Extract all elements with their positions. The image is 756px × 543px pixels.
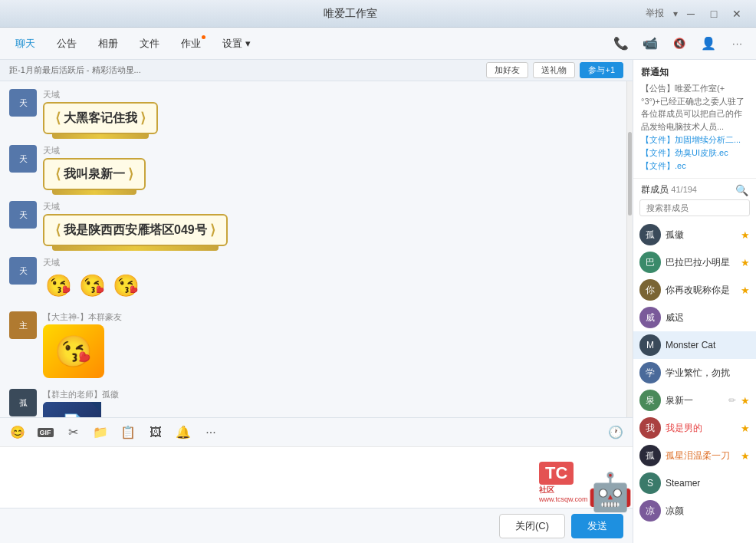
group-notice: 群通知 【公告】唯爱工作室(+°3°)+已经正确忠之委人驻了各位群成员可以把自己… xyxy=(633,60,756,179)
list-item[interactable]: M Monster Cat xyxy=(633,331,756,359)
gif-button[interactable]: GIF xyxy=(35,423,55,443)
list-item[interactable]: 凉 凉颜 xyxy=(633,497,756,525)
member-name: 学业繁忙，勿扰 xyxy=(666,367,750,380)
minimize-button[interactable]: ─ xyxy=(681,4,701,24)
message-list: 天 天域 ⟨ 大黑客记住我 ⟩ xyxy=(0,81,626,417)
list-item[interactable]: 我 我是男的 ★ xyxy=(633,414,756,442)
star-icon: ★ xyxy=(741,450,750,462)
table-row: 天 天域 ⟨ 我是陕西西安雁塔区049号 ⟩ xyxy=(9,201,617,246)
list-item[interactable]: 孤 孤星泪温柔一刀 ★ xyxy=(633,442,756,469)
list-item[interactable]: 孤 孤徽 ★ xyxy=(633,221,756,248)
scroll-deco-right-icon: ⟩ xyxy=(140,110,146,127)
sender-name: 【群主的老师】孤徽 xyxy=(43,389,119,400)
chat-area: 距-1月前最后活跃后 - 精彩活动显... 加好友 送礼物 参与+1 天 天域 xyxy=(0,60,633,543)
scroll-deco-left-icon: ⟨ xyxy=(55,222,61,239)
menu-album[interactable]: 相册 xyxy=(89,32,127,55)
avatar: 我 xyxy=(639,417,661,439)
avatar: 孤 xyxy=(639,445,661,466)
member-search-input[interactable] xyxy=(639,199,750,216)
send-gift-btn[interactable]: 送礼物 xyxy=(533,62,575,78)
scroll-deco-right-icon: ⟩ xyxy=(128,166,133,183)
message-content: 【大主神-】本群豪友 😘 xyxy=(43,311,122,378)
add-friend-btn[interactable]: 加好友 xyxy=(486,62,528,78)
scrollbar-thumb[interactable] xyxy=(628,132,632,216)
notice-content: 【公告】唯爱工作室(+°3°)+已经正确忠之委人驻了各位群成员可以把自己的作品发… xyxy=(641,82,748,133)
time-button[interactable]: 🕐 xyxy=(606,423,625,442)
folder-button[interactable]: 📁 xyxy=(90,423,110,443)
menu-chat[interactable]: 聊天 xyxy=(6,32,44,55)
dropdown-icon[interactable]: ▾ xyxy=(673,8,678,19)
text-input-area[interactable] xyxy=(0,446,633,508)
member-name: 我是男的 xyxy=(666,422,736,435)
notice-bar: 距-1月前最后活跃后 - 精彩活动显... 加好友 送礼物 参与+1 xyxy=(0,60,633,81)
image-button[interactable]: 🖼 xyxy=(146,423,166,443)
message-content: 天域 ⟨ 大黑客记住我 ⟩ xyxy=(43,89,158,134)
image-bubble: 📄 · 🔷 xyxy=(43,402,101,417)
notice-file-2[interactable]: 【文件】劲臭UI皮肤.ec xyxy=(641,147,748,159)
avatar: 你 xyxy=(639,279,661,301)
notice-file-1[interactable]: 【文件】加固增续分析二... xyxy=(641,134,748,146)
member-search xyxy=(639,199,750,216)
list-item[interactable]: 泉 泉新一 ✏ ★ xyxy=(633,387,756,414)
report-button[interactable]: 举报 xyxy=(646,7,664,20)
close-button[interactable]: ✕ xyxy=(727,4,747,24)
main-area: 距-1月前最后活跃后 - 精彩活动显... 加好友 送礼物 参与+1 天 天域 xyxy=(0,60,756,543)
member-list: 孤 孤徽 ★ 巴 巴拉巴拉小明星 ★ 你 你再改昵称你是 ★ 威 威迟 xyxy=(633,221,756,543)
list-item[interactable]: 你 你再改昵称你是 ★ xyxy=(633,276,756,304)
search-members-icon[interactable]: 🔍 xyxy=(735,184,748,196)
more-button[interactable]: ··· xyxy=(725,31,750,56)
emoji-2: 😘 xyxy=(77,270,107,301)
send-button[interactable]: 发送 xyxy=(571,514,623,538)
star-icon: ★ xyxy=(741,395,750,406)
table-row: 天 天域 ⟨ 我叫泉新一 ⟩ xyxy=(9,145,617,190)
message-text: 我叫泉新一 xyxy=(64,166,125,183)
menu-settings[interactable]: 设置 ▾ xyxy=(213,32,260,55)
sticker-bubble: 😘 xyxy=(43,324,104,378)
message-bubble: ⟨ 我叫泉新一 ⟩ xyxy=(43,158,146,190)
notice-file-3[interactable]: 【文件】.ec xyxy=(641,160,748,172)
more-toolbar-button[interactable]: ··· xyxy=(201,423,221,443)
titlebar: 唯爱工作室 举报 ▾ ─ □ ✕ xyxy=(0,0,756,28)
message-content: 天域 ⟨ 我是陕西西安雁塔区049号 ⟩ xyxy=(43,201,228,246)
bell-button[interactable]: 🔔 xyxy=(173,423,193,443)
menu-notice[interactable]: 公告 xyxy=(48,32,86,55)
sender-name: 天域 xyxy=(43,89,158,100)
emoji-3: 😘 xyxy=(110,270,141,301)
message-text: 我是陕西西安雁塔区049号 xyxy=(64,222,207,239)
member-name: 巴拉巴拉小明星 xyxy=(666,256,736,269)
member-name: 凉颜 xyxy=(666,505,750,518)
add-member-button[interactable]: 👤 xyxy=(696,31,721,56)
message-text: 大黑客记住我 xyxy=(64,110,137,127)
close-chat-button[interactable]: 关闭(C) xyxy=(499,514,565,538)
member-name: 泉新一 xyxy=(666,394,724,407)
video-button[interactable]: 📹 xyxy=(638,31,662,56)
join-btn[interactable]: 参与+1 xyxy=(580,62,623,78)
edit-icon[interactable]: ✏ xyxy=(728,395,736,406)
star-icon: ★ xyxy=(741,285,750,296)
call-button[interactable]: 📞 xyxy=(609,31,633,56)
emoji-button[interactable]: 😊 xyxy=(8,423,28,443)
restore-button[interactable]: □ xyxy=(704,4,724,24)
homework-dot xyxy=(202,35,205,39)
cut-button[interactable]: ✂ xyxy=(63,423,83,443)
message-bubble: ⟨ 我是陕西西安雁塔区049号 ⟩ xyxy=(43,214,228,246)
menu-file[interactable]: 文件 xyxy=(130,32,169,55)
notice-title: 群通知 xyxy=(641,66,748,79)
member-name: Monster Cat xyxy=(666,340,750,350)
scrollbar[interactable] xyxy=(626,81,633,417)
member-name: 你再改昵称你是 xyxy=(666,284,736,297)
scroll-deco-right-icon: ⟩ xyxy=(210,222,215,239)
list-item[interactable]: S Steamer xyxy=(633,469,756,497)
menu-homework[interactable]: 作业 xyxy=(172,32,210,55)
star-icon: ★ xyxy=(741,257,750,268)
avatar: 凉 xyxy=(639,500,661,522)
list-item[interactable]: 威 威迟 xyxy=(633,304,756,331)
mute-button[interactable]: 🔇 xyxy=(667,31,692,56)
list-item[interactable]: 学 学业繁忙，勿扰 xyxy=(633,359,756,387)
sender-name: 天域 xyxy=(43,257,141,268)
member-name: 孤徽 xyxy=(666,229,736,242)
clipboard-button[interactable]: 📋 xyxy=(118,423,138,443)
avatar: 天 xyxy=(9,89,37,117)
scroll-deco-left-icon: ⟨ xyxy=(55,166,61,183)
list-item[interactable]: 巴 巴拉巴拉小明星 ★ xyxy=(633,248,756,276)
